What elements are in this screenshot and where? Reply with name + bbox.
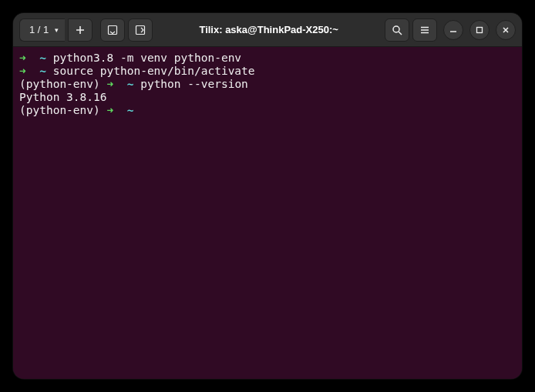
command-text: python3.8 -m venv python-env [53, 52, 241, 64]
counter-text: 1 / 1 [29, 24, 49, 35]
svg-point-2 [393, 26, 399, 32]
maximize-icon [475, 25, 484, 35]
split-right-button[interactable] [128, 18, 153, 42]
command-text: source python-env/bin/activate [53, 65, 255, 77]
terminal-line: (python-env) ➜ ~ python --version [19, 78, 516, 91]
terminal-line: Python 3.8.16 [19, 91, 516, 104]
prompt-arrow-icon: ➜ [107, 78, 114, 90]
tilix-window: 1 / 1 ▾ Tilix: aska@ThinkPad-X250:~ [13, 13, 522, 379]
prompt-arrow-icon: ➜ [107, 104, 114, 116]
split-right-icon [134, 24, 146, 36]
session-counter[interactable]: 1 / 1 ▾ [19, 18, 65, 42]
hamburger-icon [419, 24, 431, 36]
split-down-button[interactable] [100, 18, 125, 42]
terminal-line: ➜ ~ source python-env/bin/activate [19, 65, 516, 78]
prompt-path: ~ [127, 104, 134, 116]
window-title: Tilix: aska@ThinkPad-X250:~ [156, 24, 382, 35]
terminal-line: (python-env) ➜ ~ [19, 104, 516, 117]
close-button[interactable] [496, 20, 516, 40]
command-text: Python 3.8.16 [19, 91, 107, 103]
close-icon [501, 25, 510, 35]
plus-icon [74, 24, 86, 36]
menu-button[interactable] [412, 18, 437, 42]
venv-prefix: (python-env) [19, 104, 107, 116]
session-group: 1 / 1 ▾ [19, 18, 93, 42]
chevron-down-icon: ▾ [55, 26, 59, 34]
minimize-button[interactable] [443, 20, 463, 40]
terminal-area[interactable]: ➜ ~ python3.8 -m venv python-env➜ ~ sour… [13, 47, 522, 379]
search-icon [391, 24, 403, 36]
svg-rect-3 [477, 27, 483, 32]
titlebar: 1 / 1 ▾ Tilix: aska@ThinkPad-X250:~ [13, 13, 522, 47]
search-button[interactable] [385, 18, 409, 42]
terminal-line: ➜ ~ python3.8 -m venv python-env [19, 52, 516, 65]
prompt-arrow-icon: ➜ [19, 52, 26, 64]
prompt-path: ~ [39, 52, 46, 64]
prompt-path: ~ [127, 78, 134, 90]
split-down-icon [106, 24, 119, 36]
prompt-path: ~ [39, 65, 46, 77]
minimize-icon [449, 25, 458, 35]
command-text: python --version [140, 78, 248, 90]
prompt-arrow-icon: ➜ [19, 65, 26, 77]
venv-prefix: (python-env) [19, 78, 107, 90]
maximize-button[interactable] [469, 20, 490, 40]
add-terminal-button[interactable] [68, 18, 93, 42]
